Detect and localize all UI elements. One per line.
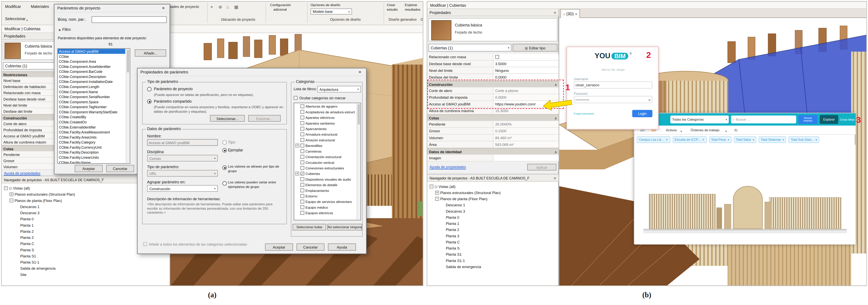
tree-item[interactable]: Salida de emergencia (429, 264, 558, 270)
properties-help-link[interactable]: Ayuda de propiedades (4, 171, 40, 175)
parameter-list-item[interactable]: CObie.Component.SerialNumber (58, 94, 125, 99)
parameter-list-item[interactable]: CObie.CreatedOn (58, 120, 125, 125)
parameter-name-input[interactable]: Acceso al GMAO youBIM (147, 139, 218, 146)
parameter-list-item[interactable]: CObie.Component.WarrantyStartDate (58, 109, 125, 114)
apply-button[interactable]: Aplicar (527, 164, 557, 171)
tree-item[interactable]: Salida de emergencia (3, 265, 169, 271)
tree-item[interactable]: Planta S1 (429, 251, 558, 258)
search-input[interactable]: ⌕ Buscar ... (731, 115, 796, 124)
checkbox-unchecked[interactable] (301, 182, 304, 187)
expand-icon[interactable]: + (9, 192, 13, 196)
tree-item[interactable]: Descanso 1 (429, 202, 558, 208)
type-selector-box[interactable]: Cubierta básica Forjado de techo (429, 18, 558, 41)
view-tab-3d[interactable]: ⌂ (3D) ✕ (560, 9, 580, 18)
chevron-up-icon[interactable]: ∧ (553, 115, 559, 121)
tree-item[interactable]: +Planos estructurales (Structural Plan) (429, 190, 558, 196)
category-item[interactable]: Conexiones estructurales (294, 165, 356, 170)
category-item[interactable]: Carreteras (294, 148, 356, 154)
chip-close-icon[interactable]: ✕ (702, 138, 704, 141)
property-value[interactable]: 0.1500 (494, 128, 559, 134)
location-icon[interactable]: ⌖ (211, 4, 213, 10)
category-item[interactable]: Circulación vertical (294, 159, 356, 165)
property-value[interactable]: 25.0000% (494, 121, 559, 127)
parameter-list-item[interactable]: CObie.Facility.AreaMeasurement (58, 130, 125, 135)
category-item[interactable]: Equipos eléctricos (294, 210, 356, 215)
category-item[interactable]: Armadura estructural (294, 131, 356, 137)
parameter-type-dropdown[interactable]: URL ▾ (147, 170, 218, 177)
tree-item[interactable]: Descanso 3 (429, 208, 558, 214)
scrollbar[interactable] (356, 103, 361, 220)
tree-item[interactable]: Planta S1-1 (429, 258, 558, 264)
category-item[interactable]: +✓Cubiertas (294, 171, 356, 176)
expand-icon[interactable]: + (295, 143, 299, 147)
property-value[interactable]: Ninguno (494, 67, 559, 73)
hide-unchecked-checkbox[interactable] (294, 96, 298, 100)
parameter-search-input[interactable] (92, 16, 167, 23)
parameter-list-item[interactable]: CObie.Facility.Category (58, 140, 125, 145)
tree-item[interactable]: Planta 2 (429, 227, 558, 233)
checkbox-unchecked[interactable] (301, 143, 304, 147)
tree-item[interactable]: −⊡Vistas (all) (429, 183, 558, 190)
chip-close-icon[interactable]: ✕ (665, 138, 668, 141)
tree-item[interactable]: Planta C (429, 239, 558, 245)
element-selector-dropdown[interactable]: Cubiertas (1) ▾ (429, 44, 512, 52)
parameter-list[interactable]: Acceso al GMAO youBIMCObieCObie.Componen… (57, 48, 130, 164)
ribbon-tab-modificar[interactable]: Modificar (5, 4, 21, 8)
checkbox-unchecked[interactable] (301, 194, 304, 198)
radio-values-aligned[interactable] (222, 165, 227, 170)
dialog-title-bar[interactable]: Parámetros de proyecto ✕ (55, 4, 169, 12)
checkbox-unchecked[interactable] (301, 205, 304, 209)
export-button[interactable]: Exportar... (248, 115, 281, 122)
parameter-list-item[interactable]: CObie.CreatedBy (58, 114, 125, 120)
checkbox-unchecked[interactable] (301, 121, 304, 125)
filter-chip[interactable]: Total Sistemas▾ (758, 136, 786, 143)
cancel-button[interactable]: Cancelar (106, 165, 134, 172)
parameter-list-item[interactable]: CObie.Component.Space (58, 99, 125, 104)
radio-values-vary[interactable] (222, 181, 227, 186)
category-item[interactable]: Aparcamiento (294, 126, 356, 131)
group-parameter-dropdown[interactable]: Construcción ▾ (147, 185, 218, 192)
checkbox-unchecked[interactable] (301, 132, 304, 136)
add-parameter-button[interactable]: Añadir... (135, 49, 166, 57)
checkbox-unchecked[interactable] (301, 138, 304, 141)
category-item[interactable]: Emplazamiento (294, 188, 356, 193)
tree-item[interactable]: Planta S1-1 (3, 259, 169, 265)
tree-item[interactable]: Planta 0 (429, 214, 558, 220)
categories-list[interactable]: Aberturas de agujeroAcopladores de amadu… (294, 103, 361, 221)
check-all-button[interactable]: Seleccionar todas (292, 224, 326, 231)
filter-chip[interactable]: Total Pisos▾ (709, 136, 732, 143)
property-value[interactable]: 3.5000 (494, 61, 559, 67)
ribbon-tab-materiales[interactable]: Materiales (31, 4, 49, 8)
explore-results-button[interactable]: Explorar (405, 3, 417, 7)
tree-item[interactable]: Site (3, 271, 169, 277)
select-dropdown[interactable]: Seleccionar (5, 17, 26, 21)
property-value[interactable]: 84.460 m³ (494, 135, 559, 141)
help-button[interactable]: Ayuda (328, 243, 356, 251)
chevron-down-icon[interactable]: ▾ (728, 138, 729, 141)
checkbox-unchecked[interactable] (301, 149, 304, 153)
filter-list-dropdown[interactable]: Arquitectura ▾ (317, 86, 361, 93)
main-model-dropdown[interactable]: Modelo base ▾ (310, 8, 352, 14)
login-button[interactable]: Login (632, 110, 652, 117)
category-item[interactable]: Acopladores de amadura estruct (294, 109, 356, 114)
add-to-all-checkbox[interactable]: ✓ (143, 242, 147, 246)
property-value[interactable] (494, 54, 559, 60)
password-input[interactable]: ••••••••••• ◉ (574, 96, 652, 103)
radio-instance[interactable] (222, 148, 227, 152)
property-value[interactable]: 563.069 m² (494, 141, 559, 147)
tree-item[interactable]: Planta S (429, 245, 558, 251)
filter-chip[interactable]: Escuela de ICCP...✕ (672, 136, 707, 143)
checkbox-unchecked[interactable] (301, 177, 304, 181)
filter-expander[interactable]: ▶ Filtro (59, 28, 71, 31)
property-value[interactable] (494, 155, 559, 161)
explore-button[interactable]: Explorar (820, 115, 838, 124)
category-item[interactable]: +Barandillas (294, 142, 356, 148)
category-item[interactable]: Equipo médico (294, 204, 356, 210)
checkbox-unchecked[interactable] (301, 199, 304, 203)
checkbox-unchecked[interactable] (301, 188, 304, 192)
parameter-list-item[interactable]: CObie.Facility.AreaUnits (58, 135, 125, 140)
filter-chip[interactable]: Total Sub Siste...▾ (788, 136, 819, 143)
category-item[interactable]: Elementos de detalle (294, 181, 356, 187)
parameter-list-item[interactable]: CObie.Component.Description (58, 74, 125, 79)
radio-shared-parameter[interactable] (147, 99, 152, 104)
